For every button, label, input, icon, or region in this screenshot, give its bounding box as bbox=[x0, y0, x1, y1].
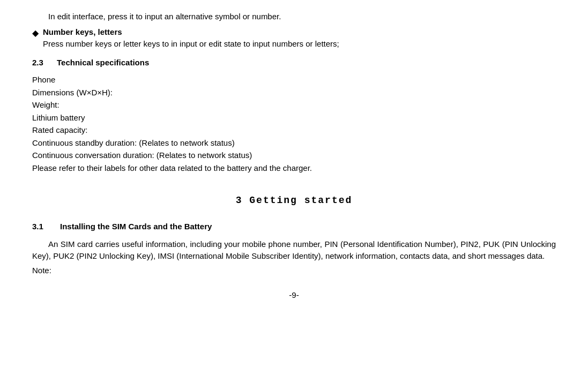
spec-line-4: Rated capacity: bbox=[32, 124, 556, 137]
spec-line-0: Phone bbox=[32, 74, 556, 86]
section-3-1-num: 3.1 bbox=[32, 221, 51, 233]
spec-line-3: Lithium battery bbox=[32, 112, 556, 124]
section-2-3-num: 2.3 bbox=[32, 57, 48, 69]
spec-line-6: Continuous conversation duration: (Relat… bbox=[32, 149, 556, 162]
bullet-number-keys-title: Number keys, letters bbox=[43, 26, 556, 39]
spec-line-5: Continuous standby duration: (Relates to… bbox=[32, 137, 556, 149]
spec-line-2: Weight: bbox=[32, 99, 556, 111]
bullet-number-keys-content: Number keys, letters Press number keys o… bbox=[43, 26, 556, 50]
section-3-1-note: Note: bbox=[32, 265, 556, 277]
bullet-number-keys-desc: Press number keys or letter keys to in i… bbox=[43, 38, 556, 50]
section-3-1-heading: 3.1 Installing the SIM Cards and the Bat… bbox=[32, 221, 556, 233]
bullet-diamond-icon: ◆ bbox=[32, 27, 39, 40]
section-3-1-para1: An SIM card carries useful information, … bbox=[32, 238, 556, 262]
chapter-3-heading: 3 Getting started bbox=[32, 193, 556, 208]
bullet-number-keys: ◆ Number keys, letters Press number keys… bbox=[32, 26, 556, 50]
specs-block: Phone Dimensions (W×D×H): Weight: Lithiu… bbox=[32, 74, 556, 174]
intro-line: In edit interface, press it to input an … bbox=[32, 11, 556, 23]
spec-line-1: Dimensions (W×D×H): bbox=[32, 87, 556, 99]
section-2-3-heading: 2.3 Technical specifications bbox=[32, 57, 556, 69]
spec-line-7: Please refer to their labels for other d… bbox=[32, 162, 556, 175]
page-number: -9- bbox=[32, 289, 556, 302]
section-3-1-title: Installing the SIM Cards and the Battery bbox=[60, 221, 212, 233]
section-2-3-title: Technical specifications bbox=[57, 57, 149, 69]
